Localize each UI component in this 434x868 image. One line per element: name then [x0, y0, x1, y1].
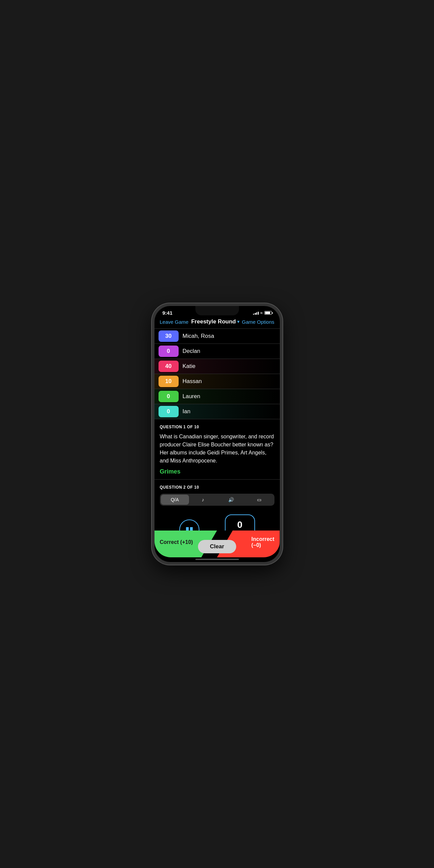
- pause-icon: ▮▮: [185, 525, 193, 530]
- question-1-text: What is Canadian singer, songwriter, and…: [160, 433, 275, 465]
- pause-button[interactable]: ▮▮: [179, 520, 199, 530]
- question-1-label: QUESTION 1 OF 10: [160, 425, 275, 429]
- tab-qa[interactable]: Q/A: [161, 495, 189, 505]
- media-tabs: Q/A ♪ 🔊 ▭: [160, 494, 275, 506]
- nav-bar: Leave Game Freestyle Round ▾ Game Option…: [155, 317, 280, 329]
- correct-label: Correct (+10): [160, 539, 193, 545]
- round-title[interactable]: Freestyle Round ▾: [191, 318, 239, 325]
- clear-label: Clear: [210, 543, 224, 550]
- question-1-section: QUESTION 1 OF 10 What is Canadian singer…: [155, 419, 280, 479]
- power-button[interactable]: [280, 360, 282, 377]
- score-badge: 0: [158, 345, 179, 357]
- signal-icon: [253, 311, 259, 315]
- tab-video[interactable]: ▭: [245, 495, 274, 505]
- clear-button[interactable]: Clear: [198, 540, 236, 553]
- leave-game-button[interactable]: Leave Game: [160, 319, 189, 325]
- question-2-section: QUESTION 2 OF 10 Q/A ♪ 🔊 ▭: [155, 479, 280, 530]
- list-item[interactable]: 0 Lauren: [155, 389, 280, 404]
- status-icons: ≈: [253, 311, 272, 315]
- screen-icon: ▭: [257, 497, 261, 502]
- score-badge: 30: [158, 331, 179, 342]
- phone-frame: 9:41 ≈ Leave Game Freestyle Round ▾: [152, 303, 282, 565]
- score-badge: 10: [158, 376, 179, 387]
- player-name: Katie: [183, 363, 196, 370]
- scroll-content: 30 Micah, Rosa 0 Declan 40 Katie 10: [155, 329, 280, 530]
- home-indicator: [195, 559, 239, 560]
- player-name: Hassan: [183, 378, 202, 385]
- question-2-label: QUESTION 2 OF 10: [160, 485, 275, 490]
- wifi-icon: ≈: [260, 311, 263, 315]
- list-item[interactable]: 40 Katie: [155, 359, 280, 374]
- player-name: Declan: [183, 348, 200, 354]
- start-button[interactable]: 0 Start: [225, 515, 255, 530]
- player-name: Micah, Rosa: [183, 333, 214, 340]
- controls-row: ▮▮ 0 Start: [160, 511, 275, 530]
- tab-audio[interactable]: 🔊: [217, 495, 245, 505]
- phone-screen: 9:41 ≈ Leave Game Freestyle Round ▾: [155, 306, 280, 562]
- notch: [195, 306, 239, 315]
- tab-music[interactable]: ♪: [189, 495, 217, 505]
- list-item[interactable]: 30 Micah, Rosa: [155, 329, 280, 344]
- player-name: Lauren: [183, 393, 200, 400]
- volume-down-button[interactable]: [152, 364, 155, 375]
- battery-icon: [265, 311, 272, 315]
- game-options-button[interactable]: Game Options: [242, 319, 275, 325]
- incorrect-label: Incorrect(−0): [251, 536, 274, 548]
- speaker-icon: 🔊: [228, 497, 234, 502]
- score-badge: 0: [158, 391, 179, 402]
- question-1-answer: Grimes: [160, 468, 275, 475]
- list-item[interactable]: 10 Hassan: [155, 374, 280, 389]
- music-icon: ♪: [202, 497, 204, 502]
- start-number: 0: [237, 520, 243, 529]
- score-badge: 40: [158, 361, 179, 372]
- bottom-actions: Correct (+10) Clear Incorrect(−0): [155, 530, 280, 557]
- status-time: 9:41: [162, 310, 173, 316]
- chevron-down-icon: ▾: [237, 319, 239, 324]
- list-item[interactable]: 0 Ian: [155, 404, 280, 419]
- volume-up-button[interactable]: [152, 349, 155, 360]
- score-badge: 0: [158, 406, 179, 417]
- list-item[interactable]: 0 Declan: [155, 344, 280, 359]
- player-name: Ian: [183, 408, 191, 415]
